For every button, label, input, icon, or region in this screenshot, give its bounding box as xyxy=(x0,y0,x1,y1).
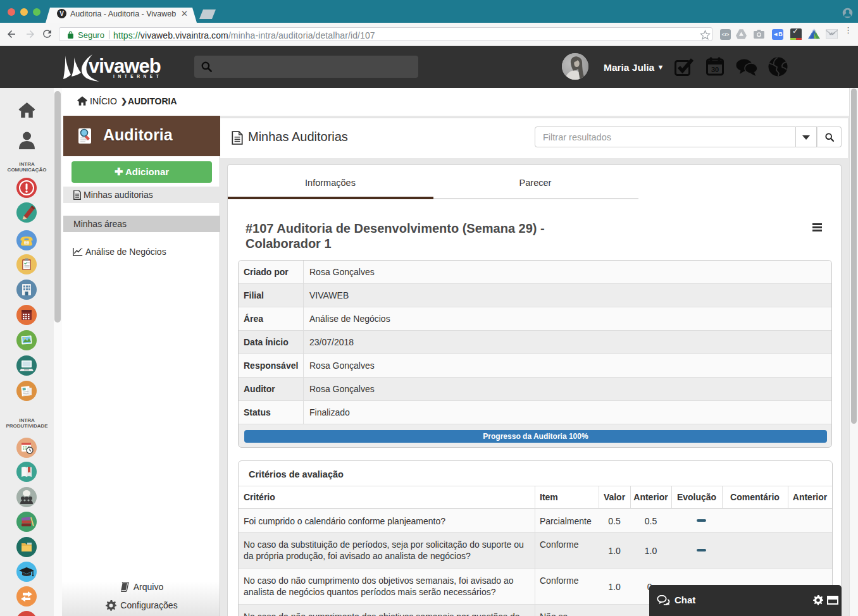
svg-text:INTERNET: INTERNET xyxy=(113,74,162,78)
svg-text:30: 30 xyxy=(711,66,719,73)
